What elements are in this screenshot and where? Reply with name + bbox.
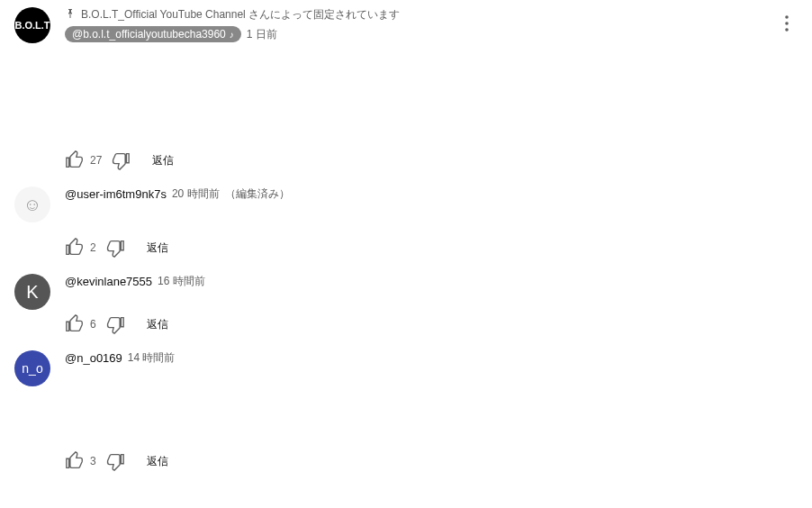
comment-pinned: B.O.L.T B.O.L.T_Official YouTube Channel…	[14, 7, 798, 179]
more-column	[762, 186, 798, 267]
dislike-button[interactable]	[105, 238, 125, 258]
author-name[interactable]: @user-im6tm9nk7s	[65, 187, 167, 201]
edited-label: （編集済み）	[225, 186, 290, 202]
comment-body: B.O.L.T_Official YouTube Channel さんによって固…	[65, 7, 762, 179]
pin-icon	[65, 8, 76, 22]
dislike-button[interactable]	[105, 451, 125, 471]
more-options-icon[interactable]	[776, 13, 798, 37]
like-count: 27	[90, 154, 102, 167]
author-chip-text: @b.o.l.t_officialyoutubecha3960	[72, 28, 226, 41]
more-column	[762, 350, 798, 480]
comment-body: @kevinlane7555 16 時間前 6 返信	[65, 274, 762, 343]
comment-body: @user-im6tm9nk7s 20 時間前 （編集済み） 2 返信	[65, 186, 762, 267]
like-count: 3	[90, 455, 96, 467]
comment-item: n_o @n_o0169 14 時間前 3 返信	[14, 350, 798, 480]
comment-actions: 6 返信	[65, 314, 762, 334]
pinned-label: B.O.L.T_Official YouTube Channel さんによって固…	[81, 7, 400, 23]
avatar[interactable]: B.O.L.T	[14, 7, 50, 43]
music-note-icon: ♪	[230, 30, 234, 40]
comment-text	[65, 369, 762, 446]
avatar-column: n_o	[14, 350, 65, 480]
more-column	[762, 7, 798, 179]
avatar[interactable]: K	[14, 274, 50, 310]
like-count: 6	[90, 318, 96, 331]
comment-header: @b.o.l.t_officialyoutubecha3960 ♪ 1 日前	[65, 26, 762, 42]
pinned-label-row: B.O.L.T_Official YouTube Channel さんによって固…	[65, 7, 762, 23]
avatar[interactable]: ☺	[14, 186, 50, 222]
timestamp[interactable]: 20 時間前	[172, 186, 220, 202]
like-button[interactable]: 3	[65, 451, 96, 471]
like-button[interactable]: 2	[65, 238, 96, 258]
avatar[interactable]: n_o	[14, 350, 50, 386]
more-column	[762, 274, 798, 343]
timestamp[interactable]: 14 時間前	[128, 350, 176, 366]
reply-button[interactable]: 返信	[147, 317, 168, 332]
avatar-column: B.O.L.T	[14, 7, 65, 179]
comment-header: @user-im6tm9nk7s 20 時間前 （編集済み）	[65, 186, 762, 202]
comments-section: B.O.L.T B.O.L.T_Official YouTube Channel…	[0, 0, 812, 502]
comment-header: @n_o0169 14 時間前	[65, 350, 762, 366]
author-name[interactable]: @n_o0169	[65, 351, 122, 365]
timestamp[interactable]: 1 日前	[247, 27, 277, 42]
like-button[interactable]: 27	[65, 150, 102, 170]
avatar-column: ☺	[14, 186, 65, 267]
dislike-button[interactable]	[105, 314, 125, 334]
reply-button[interactable]: 返信	[152, 153, 174, 168]
comment-item: K @kevinlane7555 16 時間前 6 返信	[14, 274, 798, 343]
svg-point-0	[785, 15, 789, 19]
comment-header: @kevinlane7555 16 時間前	[65, 274, 762, 289]
comment-actions: 3 返信	[65, 451, 762, 471]
avatar-column: K	[14, 274, 65, 343]
like-button[interactable]: 6	[65, 314, 96, 334]
comment-actions: 2 返信	[65, 238, 762, 258]
comment-text	[65, 46, 762, 145]
dislike-button[interactable]	[111, 150, 131, 170]
comment-text	[65, 205, 762, 232]
reply-button[interactable]: 返信	[147, 454, 168, 469]
reply-button[interactable]: 返信	[147, 240, 168, 256]
comment-body: @n_o0169 14 時間前 3 返信	[65, 350, 762, 480]
svg-point-1	[785, 22, 789, 25]
author-name[interactable]: @kevinlane7555	[65, 275, 152, 288]
svg-point-2	[785, 28, 789, 32]
comment-actions: 27 返信	[65, 150, 762, 170]
like-count: 2	[90, 241, 96, 254]
comment-text	[65, 293, 762, 309]
comment-item: ☺ @user-im6tm9nk7s 20 時間前 （編集済み） 2 返信	[14, 186, 798, 267]
timestamp[interactable]: 16 時間前	[158, 274, 205, 289]
author-chip[interactable]: @b.o.l.t_officialyoutubecha3960 ♪	[65, 26, 241, 42]
